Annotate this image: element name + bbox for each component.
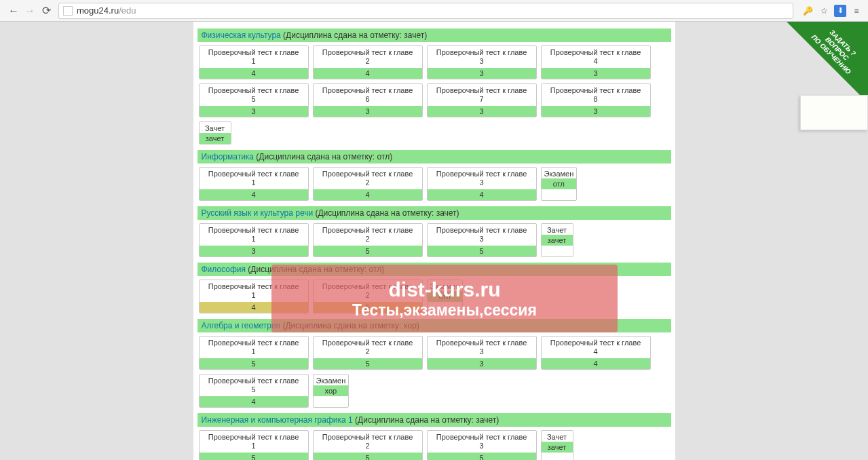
test-score: 4 bbox=[314, 189, 422, 200]
test-title: Проверочный тест к главе bbox=[314, 84, 422, 95]
test-title: Проверочный тест к главе bbox=[200, 224, 308, 235]
test-score: 4 bbox=[200, 302, 308, 313]
test-title: Проверочный тест к главе bbox=[314, 280, 422, 291]
subject-header: Алгебра и геометрия (Дисциплина сдана на… bbox=[197, 319, 671, 332]
download-icon[interactable]: ⬇ bbox=[834, 5, 846, 17]
test-card[interactable]: Экзаменотл bbox=[427, 280, 464, 313]
subject-link[interactable]: Инженерная и компьютерная графика 1 bbox=[202, 415, 353, 425]
subject-link[interactable]: Философия bbox=[202, 265, 246, 274]
test-number: 1 bbox=[200, 442, 308, 453]
test-card[interactable]: Проверочный тест к главе35 bbox=[427, 430, 537, 460]
test-card[interactable]: Проверочный тест к главе14 bbox=[199, 45, 309, 79]
test-title: Проверочный тест к главе bbox=[428, 431, 536, 442]
test-number: 3 bbox=[428, 57, 536, 68]
test-score: 4 bbox=[428, 189, 536, 200]
tests-row: Проверочный тест к главе14Проверочный те… bbox=[197, 164, 671, 202]
test-card[interactable]: Проверочный тест к главе73 bbox=[427, 83, 537, 117]
test-title: Проверочный тест к главе bbox=[200, 84, 308, 95]
test-card[interactable]: Проверочный тест к главе53 bbox=[199, 83, 309, 117]
menu-icon[interactable]: ≡ bbox=[850, 5, 863, 17]
test-card[interactable]: Проверочный тест к главе63 bbox=[313, 83, 423, 117]
test-score: зачет bbox=[542, 442, 573, 453]
test-score: 3 bbox=[428, 68, 536, 79]
test-score: 3 bbox=[200, 106, 308, 117]
test-card[interactable]: Проверочный тест к главе25 bbox=[313, 223, 423, 257]
test-card[interactable]: Проверочный тест к главе24 bbox=[313, 167, 423, 201]
url-host: mogu24.ru bbox=[77, 5, 119, 16]
test-title: Проверочный тест к главе bbox=[200, 280, 308, 291]
test-card[interactable]: Проверочный тест к главе44 bbox=[541, 336, 651, 370]
subject-status: (Дисциплина сдана на отметку: зачет) bbox=[353, 415, 499, 425]
test-number: 2 bbox=[314, 178, 422, 189]
test-score: 5 bbox=[314, 453, 422, 460]
test-title: Зачет bbox=[542, 224, 573, 235]
forward-button[interactable]: → bbox=[22, 3, 38, 19]
subject-header: Информатика (Дисциплина сдана на отметку… bbox=[197, 150, 671, 164]
test-score: 3 bbox=[542, 68, 650, 79]
test-card[interactable]: Проверочный тест к главе83 bbox=[541, 83, 651, 117]
url-bar[interactable]: mogu24.ru/edu bbox=[58, 3, 793, 19]
test-title: Проверочный тест к главе bbox=[200, 168, 308, 178]
test-title: Проверочный тест к главе bbox=[200, 375, 308, 385]
test-number: 2 bbox=[314, 442, 422, 453]
test-number: 3 bbox=[428, 235, 536, 246]
test-card[interactable]: Зачетзачет bbox=[541, 223, 573, 257]
subject-link[interactable]: Физическая культура bbox=[202, 31, 281, 40]
test-number: 4 bbox=[542, 57, 650, 68]
test-number: 1 bbox=[200, 291, 308, 302]
test-card[interactable]: Проверочный тест к главе14 bbox=[199, 167, 309, 201]
test-score: хор bbox=[314, 385, 349, 396]
bookmark-icon[interactable]: ☆ bbox=[818, 5, 830, 17]
test-score: 5 bbox=[314, 358, 422, 369]
subject-link[interactable]: Алгебра и геометрия bbox=[202, 321, 281, 330]
test-card[interactable]: Зачетзачет bbox=[541, 430, 573, 460]
test-card[interactable]: Экзаменотл bbox=[541, 167, 578, 201]
subject-link[interactable]: Информатика bbox=[202, 152, 254, 161]
test-title: Зачет bbox=[542, 431, 573, 442]
test-card[interactable]: Экзаменхор bbox=[313, 374, 350, 408]
test-number: 8 bbox=[542, 95, 650, 106]
test-score: 3 bbox=[200, 246, 308, 256]
test-card[interactable]: Проверочный тест к главе43 bbox=[541, 45, 651, 79]
test-number: 2 bbox=[314, 347, 422, 358]
test-score: зачет bbox=[200, 133, 231, 144]
test-score: 4 bbox=[200, 68, 308, 79]
key-icon[interactable]: 🔑 bbox=[801, 5, 814, 17]
test-number: 2 bbox=[314, 291, 422, 302]
test-card[interactable]: Проверочный тест к главе15 bbox=[199, 336, 309, 370]
subject-header: Философия (Дисциплина сдана на отметку: … bbox=[197, 263, 671, 276]
test-card[interactable]: Проверочный тест к главе33 bbox=[427, 336, 537, 370]
test-card[interactable]: Проверочный тест к главе35 bbox=[427, 223, 537, 257]
reload-button[interactable]: ⟳ bbox=[38, 3, 54, 19]
test-card[interactable]: Проверочный тест к главе15 bbox=[199, 430, 309, 460]
test-number: 1 bbox=[200, 178, 308, 189]
test-card[interactable]: Проверочный тест к главе25 bbox=[313, 430, 423, 460]
subject-link[interactable]: Русский язык и культура речи bbox=[202, 208, 314, 218]
test-title: Проверочный тест к главе bbox=[200, 46, 308, 57]
test-title: Проверочный тест к главе bbox=[314, 337, 422, 347]
tests-row: Проверочный тест к главе14Проверочный те… bbox=[197, 276, 671, 315]
test-score: 5 bbox=[428, 246, 536, 256]
toolbar-right: 🔑 ☆ ⬇ ≡ bbox=[797, 5, 863, 17]
test-card[interactable]: Проверочный тест к главе54 bbox=[199, 374, 309, 408]
page-wrap: Физическая культура (Дисциплина сдана на… bbox=[0, 22, 868, 460]
test-card[interactable]: Проверочный тест к главе13 bbox=[199, 223, 309, 257]
test-card[interactable]: Проверочный тест к главе24 bbox=[313, 45, 423, 79]
test-card[interactable]: Проверочный тест к главе25 bbox=[313, 280, 423, 313]
test-number: 5 bbox=[200, 385, 308, 396]
test-title: Проверочный тест к главе bbox=[428, 46, 536, 57]
test-title: Экзамен bbox=[428, 280, 463, 291]
note-sticker[interactable] bbox=[800, 95, 868, 130]
test-title: Проверочный тест к главе bbox=[314, 168, 422, 178]
test-card[interactable]: Проверочный тест к главе14 bbox=[199, 280, 309, 313]
tests-row: Проверочный тест к главе13Проверочный те… bbox=[197, 220, 671, 258]
test-score: 5 bbox=[200, 358, 308, 369]
test-card[interactable]: Проверочный тест к главе33 bbox=[427, 45, 537, 79]
test-card[interactable]: Проверочный тест к главе25 bbox=[313, 336, 423, 370]
test-score: 5 bbox=[314, 246, 422, 256]
subject-header: Физическая культура (Дисциплина сдана на… bbox=[197, 28, 671, 42]
back-button[interactable]: ← bbox=[5, 3, 22, 19]
test-card[interactable]: Проверочный тест к главе34 bbox=[427, 167, 537, 201]
test-number: 2 bbox=[314, 57, 422, 68]
test-card[interactable]: Зачетзачет bbox=[199, 121, 231, 145]
